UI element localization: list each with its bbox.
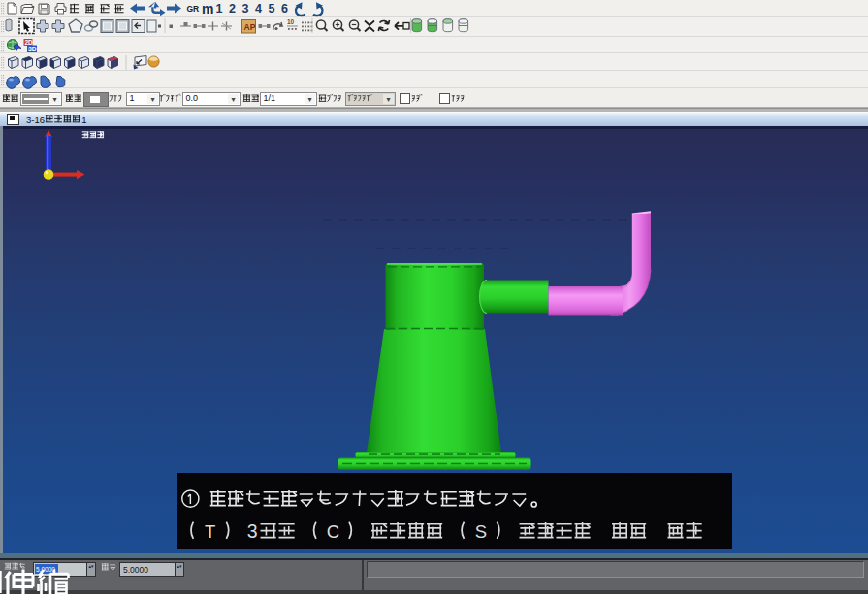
svg-text:3: 3: [247, 520, 258, 542]
svg-text:3-16: 3-16: [26, 115, 45, 125]
svg-text:C: C: [327, 521, 339, 542]
svg-text:T: T: [205, 521, 215, 542]
svg-text:1: 1: [81, 115, 86, 125]
svg-text:S: S: [475, 521, 487, 542]
